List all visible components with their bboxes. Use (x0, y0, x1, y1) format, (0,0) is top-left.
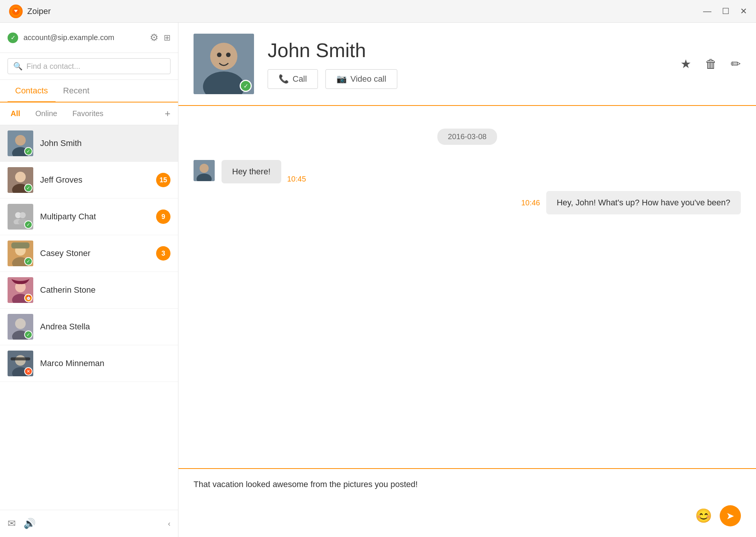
contact-list: ✓ John Smith ✓ Jeff Groves (0, 125, 178, 510)
contact-name-andrea-stella: Andrea Stella (40, 322, 170, 332)
sidebar-footer: ✉ 🔊 ‹ (0, 510, 178, 537)
message-time-1: 10:45 (287, 175, 306, 183)
filter-favorites[interactable]: Favorites (69, 108, 106, 120)
svg-point-29 (226, 53, 231, 57)
search-input[interactable] (26, 62, 165, 71)
avatar-wrap-catherin-stone: ⏰ (8, 277, 33, 303)
filter-bar: All Online Favorites + (0, 102, 178, 125)
chat-avatar: ✓ (194, 34, 254, 94)
nav-tabs: Contacts Recent (0, 80, 178, 102)
message-input[interactable] (194, 480, 741, 499)
contact-item-andrea-stella[interactable]: ✓ Andrea Stella (0, 309, 178, 345)
contact-item-casey-stoner[interactable]: ✓ Casey Stoner 3 (0, 235, 178, 272)
contact-item-catherin-stone[interactable]: ⏰ Catherin Stone (0, 272, 178, 309)
status-dot-casey-stoner: ✓ (24, 257, 33, 265)
svg-point-8 (20, 212, 26, 218)
contact-item-multiparty[interactable]: ✓ Multiparty Chat 9 (0, 199, 178, 235)
speaker-icon[interactable]: 🔊 (23, 518, 36, 529)
outgoing-row: 10:46 Hey, John! What's up? How have you… (521, 191, 741, 214)
star-icon[interactable]: ★ (680, 57, 691, 71)
sidebar: ✓ account@sip.example.com ⚙ ⊞ 🔍 Contacts… (0, 23, 178, 537)
video-call-button[interactable]: 📷 Video call (325, 69, 397, 89)
tab-contacts[interactable]: Contacts (8, 80, 56, 102)
close-button[interactable]: ✕ (740, 6, 747, 16)
status-dot-multiparty: ✓ (24, 220, 33, 229)
video-icon: 📷 (336, 74, 347, 84)
avatar-wrap-marco-minneman: ✕ (8, 351, 33, 376)
status-dot-catherin-stone: ⏰ (24, 294, 33, 302)
add-contact-button[interactable]: + (165, 108, 170, 120)
input-area: 😊 ➤ (178, 468, 756, 537)
message-bubble-1: Hey there! (222, 160, 281, 183)
call-button[interactable]: 📞 Call (268, 69, 318, 89)
avatar-wrap-andrea-stella: ✓ (8, 314, 33, 340)
status-dot-john-smith: ✓ (24, 147, 33, 155)
contact-item-jeff-groves[interactable]: ✓ Jeff Groves 15 (0, 162, 178, 199)
message-bubble-2: Hey, John! What's up? How have you've be… (546, 191, 741, 214)
collapse-button[interactable]: ‹ (168, 519, 170, 528)
settings-button[interactable]: ⚙ (150, 32, 158, 43)
contact-name-marco-minneman: Marco Minneman (40, 359, 170, 368)
emoji-button[interactable]: 😊 (695, 508, 712, 524)
message-outgoing-1: 10:46 Hey, John! What's up? How have you… (194, 191, 741, 214)
grid-button[interactable]: ⊞ (164, 33, 170, 43)
date-badge: 2016-03-08 (437, 129, 497, 145)
contact-name-casey-stoner: Casey Stoner (40, 248, 149, 258)
contact-item-john-smith[interactable]: ✓ John Smith (0, 125, 178, 162)
status-dot-jeff-groves: ✓ (24, 184, 33, 192)
account-status-dot: ✓ (8, 33, 18, 43)
status-dot-marco-minneman: ✕ (24, 367, 33, 376)
badge-multiparty: 9 (156, 210, 170, 224)
input-toolbar: 😊 ➤ (194, 505, 741, 526)
edit-icon[interactable]: ✏ (731, 57, 741, 71)
chat-header-icons: ★ 🗑 ✏ (680, 57, 741, 71)
search-input-wrap: 🔍 (8, 58, 170, 74)
date-separator: 2016-03-08 (194, 129, 741, 145)
message-content-1: Hey there! 10:45 (222, 160, 306, 183)
avatar-wrap-multiparty: ✓ (8, 204, 33, 230)
delete-icon[interactable]: 🗑 (705, 57, 717, 71)
chat-contact-name: John Smith (268, 39, 667, 62)
account-bar: ✓ account@sip.example.com ⚙ ⊞ (0, 23, 178, 53)
contact-name-catherin-stone: Catherin Stone (40, 285, 170, 295)
messages-area: 2016-03-08 Hey there! 10:45 (178, 106, 756, 468)
mail-icon[interactable]: ✉ (8, 518, 16, 529)
chat-status-dot: ✓ (240, 80, 252, 92)
titlebar: Zoiper — ☐ ✕ (0, 0, 756, 23)
contact-name-john-smith: John Smith (40, 138, 170, 148)
app-title: Zoiper (27, 6, 703, 16)
svg-point-28 (217, 53, 222, 57)
call-icon: 📞 (279, 74, 289, 84)
maximize-button[interactable]: ☐ (722, 6, 730, 16)
svg-rect-13 (11, 242, 29, 248)
filter-online[interactable]: Online (33, 108, 60, 120)
message-time-2: 10:46 (521, 199, 540, 207)
badge-jeff-groves: 15 (156, 173, 170, 187)
send-button[interactable]: ➤ (720, 505, 741, 526)
svg-point-19 (15, 318, 26, 329)
message-avatar (194, 160, 215, 181)
app-logo (9, 5, 23, 18)
filter-all[interactable]: All (8, 108, 23, 120)
window-controls: — ☐ ✕ (703, 6, 747, 16)
tab-recent[interactable]: Recent (56, 80, 97, 102)
avatar-wrap-casey-stoner: ✓ (8, 241, 33, 266)
chat-contact-info: John Smith 📞 Call 📷 Video call (268, 39, 667, 89)
badge-casey-stoner: 3 (156, 246, 170, 261)
avatar-wrap-jeff-groves: ✓ (8, 167, 33, 193)
status-dot-andrea-stella: ✓ (24, 331, 33, 339)
search-icon: 🔍 (13, 62, 23, 71)
message-incoming-1: Hey there! 10:45 (194, 160, 741, 183)
chat-actions: 📞 Call 📷 Video call (268, 69, 667, 89)
account-email: account@sip.example.com (23, 33, 144, 42)
svg-point-31 (200, 164, 209, 173)
contact-item-marco-minneman[interactable]: ✕ Marco Minneman (0, 345, 178, 382)
minimize-button[interactable]: — (703, 6, 711, 16)
chat-header: ✓ John Smith 📞 Call 📷 Video call ★ � (178, 23, 756, 106)
svg-point-2 (15, 135, 26, 146)
svg-point-5 (15, 172, 26, 182)
chat-area: ✓ John Smith 📞 Call 📷 Video call ★ � (178, 23, 756, 537)
main-layout: ✓ account@sip.example.com ⚙ ⊞ 🔍 Contacts… (0, 23, 756, 537)
contact-name-jeff-groves: Jeff Groves (40, 175, 149, 185)
svg-rect-23 (11, 357, 30, 360)
